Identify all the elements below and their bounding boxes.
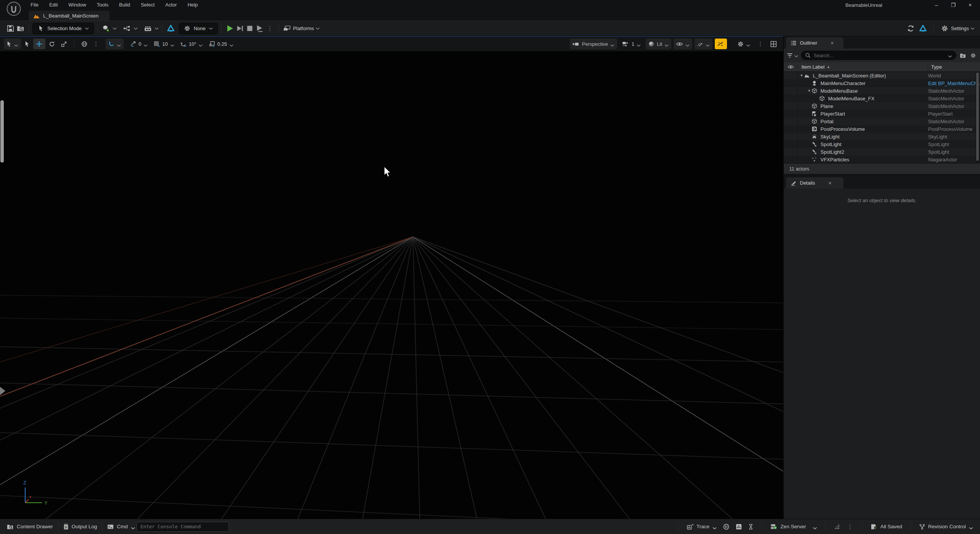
viewport-options-icon[interactable]: ⋮	[755, 40, 766, 47]
play-button[interactable]	[225, 24, 235, 34]
play-options-icon[interactable]: ⋮	[265, 25, 275, 32]
surface-snap-button[interactable]: 0	[127, 39, 150, 49]
viewport-select-mode-button[interactable]	[4, 39, 21, 49]
minimize-button[interactable]: –	[928, 0, 945, 10]
transform-options-icon[interactable]: ⋮	[91, 40, 101, 47]
row-visibility-gutter[interactable]	[784, 140, 798, 148]
menu-edit[interactable]: Edit	[44, 0, 63, 10]
blueprints-icon[interactable]	[122, 24, 132, 34]
quad-view-button[interactable]	[768, 39, 779, 49]
add-actor-icon[interactable]	[101, 24, 111, 34]
actor-label[interactable]: PostProcessVolume	[820, 126, 865, 132]
tab-outliner[interactable]: Outliner ×	[786, 37, 843, 48]
actor-label[interactable]: MainMenuCharacter	[820, 80, 866, 86]
browse-content-icon[interactable]	[15, 24, 25, 34]
row-visibility-gutter[interactable]	[784, 156, 798, 163]
outliner-row[interactable]: PlayerStartPlayerStart	[784, 110, 980, 117]
show-flags-button[interactable]	[674, 39, 692, 49]
preview-scalability-button[interactable]	[695, 39, 712, 49]
outliner-row[interactable]: VFXParticlesNiagaraActor	[784, 156, 980, 163]
menu-file[interactable]: File	[25, 0, 44, 10]
game-view-highlight-button[interactable]	[715, 39, 727, 49]
outliner-row[interactable]: ▼L_Beamball_MainScreen (Editor)World	[784, 72, 980, 79]
column-item-label[interactable]: Item Label ▲	[798, 62, 928, 71]
chevron-down-icon[interactable]	[113, 27, 117, 30]
actor-label[interactable]: Portal	[820, 119, 833, 124]
expander-arrow-icon[interactable]: ▼	[799, 74, 804, 77]
cmd-selector[interactable]: Cmd	[106, 524, 137, 530]
menu-build[interactable]: Build	[114, 0, 135, 10]
menu-help[interactable]: Help	[182, 0, 203, 10]
restore-button[interactable]: ❐	[945, 0, 962, 10]
filter-button[interactable]	[787, 53, 798, 58]
move-tool-button[interactable]	[33, 39, 45, 49]
outliner-row[interactable]: SpotLight2SpotLight	[784, 148, 980, 156]
outliner-settings-icon[interactable]	[969, 51, 977, 59]
snap-rotate-toggle[interactable]	[106, 39, 124, 49]
column-type[interactable]: Type	[928, 64, 980, 70]
derived-data-button[interactable]	[833, 524, 841, 530]
actor-label[interactable]: L_Beamball_MainScreen (Editor)	[813, 73, 886, 79]
actor-label[interactable]: Plane	[820, 103, 833, 109]
camera-speed-button[interactable]: 1	[619, 39, 643, 49]
outliner-row[interactable]: SkyLightSkyLight	[784, 133, 980, 140]
menu-tools[interactable]: Tools	[92, 0, 114, 10]
chevron-down-icon[interactable]	[155, 27, 159, 30]
chevron-down-icon[interactable]	[948, 54, 952, 57]
outliner-row[interactable]: ▼ModelMenuBaseStaticMeshActor	[784, 87, 980, 95]
viewport[interactable]: ⋮ 0 10 10° 0.25	[0, 36, 783, 519]
zen-server-button[interactable]: Zen Server	[769, 524, 819, 530]
side-panel-handle[interactable]	[0, 100, 4, 162]
preview-profile-button[interactable]: None	[179, 23, 218, 34]
edit-blueprint-link[interactable]: Edit BP_MainMenuCha	[928, 80, 980, 86]
create-folder-icon[interactable]	[959, 51, 967, 59]
more-options-icon[interactable]: ⋮	[845, 523, 855, 530]
trace-button[interactable]: Trace	[685, 524, 718, 530]
beamable-icon[interactable]	[166, 24, 176, 34]
expander-arrow-icon[interactable]: ▼	[807, 89, 812, 93]
close-icon[interactable]: ×	[828, 180, 832, 186]
scale-tool-button[interactable]	[58, 39, 70, 49]
source-control-save-status[interactable]: All Saved	[869, 524, 904, 530]
visibility-column-eye-icon[interactable]	[784, 65, 798, 69]
unreal-engine-logo-icon[interactable]	[6, 1, 21, 16]
actor-label[interactable]: SpotLight2	[820, 149, 844, 155]
actor-label[interactable]: SpotLight	[820, 142, 841, 147]
select-tool-button[interactable]	[22, 39, 32, 49]
row-visibility-gutter[interactable]	[784, 72, 798, 79]
row-visibility-gutter[interactable]	[784, 117, 798, 125]
perspective-button[interactable]: Perspective	[570, 39, 617, 49]
row-visibility-gutter[interactable]	[784, 79, 798, 87]
chevron-down-icon[interactable]	[970, 27, 975, 30]
settings-label[interactable]: Settings	[951, 26, 969, 31]
row-visibility-gutter[interactable]	[784, 95, 798, 102]
content-drawer-button[interactable]: Content Drawer	[5, 524, 55, 530]
stats-button[interactable]	[734, 524, 743, 530]
menu-actor[interactable]: Actor	[160, 0, 182, 10]
cinematics-icon[interactable]	[143, 24, 153, 34]
scale-snap-button[interactable]: 0.25	[206, 39, 236, 49]
outliner-row[interactable]: SpotLightSpotLight	[784, 140, 980, 148]
menu-window[interactable]: Window	[63, 0, 91, 10]
outliner-row[interactable]: PlaneStaticMeshActor	[784, 102, 980, 110]
rotate-tool-button[interactable]	[46, 39, 58, 49]
pause-insights-button[interactable]	[722, 524, 731, 530]
grid-snap-button[interactable]: 10	[151, 39, 177, 49]
outliner-scrollbar[interactable]	[976, 72, 979, 162]
row-visibility-gutter[interactable]	[784, 110, 798, 117]
actor-label[interactable]: ModelMenuBase_FX	[828, 96, 874, 101]
world-local-toggle[interactable]	[79, 39, 90, 49]
row-visibility-gutter[interactable]	[784, 133, 798, 140]
close-icon[interactable]: ×	[831, 40, 834, 46]
pending-tasks-button[interactable]	[747, 524, 755, 530]
beamable-icon[interactable]	[918, 24, 928, 34]
rotation-snap-button[interactable]: 10°	[178, 39, 206, 49]
view-mode-button[interactable]: Lit	[646, 39, 671, 49]
chevron-down-icon[interactable]	[134, 27, 138, 30]
actor-label[interactable]: SkyLight	[820, 134, 840, 140]
outliner-row[interactable]: PostProcessVolumePostProcessVolume	[784, 125, 980, 133]
row-visibility-gutter[interactable]	[784, 125, 798, 133]
save-icon[interactable]	[5, 24, 15, 34]
viewport-settings-button[interactable]	[735, 39, 753, 49]
search-input[interactable]: Search...	[801, 51, 956, 60]
